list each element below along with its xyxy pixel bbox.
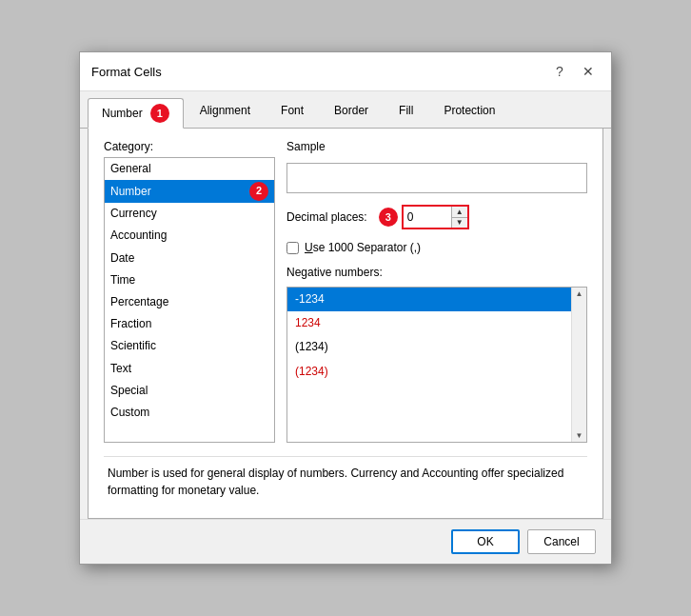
separator-label[interactable]: Use 1000 Separator (,) — [305, 241, 421, 254]
decimal-label: Decimal places: — [286, 210, 367, 224]
badge-number-category: 2 — [249, 182, 268, 201]
help-button[interactable]: ? — [548, 60, 571, 83]
category-item-date[interactable]: Date — [105, 248, 274, 269]
category-item-currency[interactable]: Currency — [105, 203, 274, 225]
main-area: Category: General Number 2 Currency Acco… — [104, 140, 587, 443]
spin-up-button[interactable]: ▲ — [452, 207, 467, 217]
close-button[interactable]: ✕ — [577, 60, 600, 83]
title-bar-right: ? ✕ — [548, 60, 600, 83]
ok-button[interactable]: OK — [451, 529, 520, 554]
tab-alignment[interactable]: Alignment — [186, 98, 265, 129]
scroll-down-arrow[interactable]: ▼ — [576, 431, 583, 440]
decimal-input-wrap: ▲ ▼ — [402, 205, 469, 229]
left-panel: Category: General Number 2 Currency Acco… — [104, 140, 275, 443]
decimal-row: Decimal places: 3 ▲ ▼ — [286, 205, 587, 229]
tab-fill[interactable]: Fill — [385, 98, 427, 129]
scroll-up-arrow[interactable]: ▲ — [576, 289, 583, 298]
spin-down-button[interactable]: ▼ — [452, 217, 467, 228]
tab-number[interactable]: Number 1 — [88, 98, 184, 129]
negative-item-4[interactable]: (1234) — [287, 360, 571, 384]
category-item-general[interactable]: General — [105, 158, 274, 180]
negative-item-2[interactable]: 1234 — [287, 311, 571, 335]
title-bar: Format Cells ? ✕ — [80, 52, 611, 91]
negative-numbers-label: Negative numbers: — [286, 266, 587, 279]
sample-label: Sample — [286, 140, 587, 153]
separator-row: Use 1000 Separator (,) — [286, 241, 587, 254]
category-item-accounting[interactable]: Accounting — [105, 225, 274, 247]
dialog-title: Format Cells — [91, 65, 162, 79]
sample-box — [286, 163, 587, 193]
tab-border[interactable]: Border — [320, 98, 383, 129]
category-item-text[interactable]: Text — [105, 358, 274, 380]
negative-item-3[interactable]: (1234) — [287, 335, 571, 359]
category-item-time[interactable]: Time — [105, 269, 274, 291]
category-item-scientific[interactable]: Scientific — [105, 335, 274, 357]
description-area: Number is used for general display of nu… — [104, 456, 587, 507]
category-item-fraction[interactable]: Fraction — [105, 313, 274, 335]
category-item-custom[interactable]: Custom — [105, 402, 274, 424]
badge-decimal-section: 3 — [379, 208, 398, 227]
category-item-percentage[interactable]: Percentage — [105, 291, 274, 313]
format-cells-dialog: Format Cells ? ✕ Number 1 Alignment Font… — [79, 51, 612, 565]
tab-protection[interactable]: Protection — [429, 98, 509, 129]
tabs-bar: Number 1 Alignment Font Border Fill Prot… — [80, 91, 611, 129]
category-list: General Number 2 Currency Accounting Dat… — [104, 157, 275, 443]
separator-checkbox[interactable] — [286, 242, 299, 254]
category-item-special[interactable]: Special — [105, 380, 274, 402]
negative-item-1[interactable]: -1234 — [287, 288, 571, 311]
category-item-number[interactable]: Number 2 — [105, 180, 274, 203]
category-label: Category: — [104, 140, 275, 153]
negative-list: -1234 1234 (1234) (1234) — [287, 288, 571, 442]
negative-list-scrollbar[interactable]: ▲ ▼ — [571, 288, 586, 442]
decimal-places-input[interactable] — [404, 207, 451, 228]
spin-buttons: ▲ ▼ — [451, 207, 467, 228]
tab-content: Category: General Number 2 Currency Acco… — [88, 129, 603, 519]
title-bar-left: Format Cells — [91, 65, 162, 79]
right-panel: Sample Decimal places: 3 ▲ ▼ — [286, 140, 587, 443]
footer: OK Cancel — [80, 519, 611, 564]
decimal-input-group: 3 ▲ ▼ — [375, 205, 469, 229]
badge-number-tab: 1 — [150, 104, 169, 123]
cancel-button[interactable]: Cancel — [527, 529, 596, 554]
negative-list-wrap: -1234 1234 (1234) (1234) ▲ ▼ — [286, 287, 587, 443]
tab-font[interactable]: Font — [267, 98, 318, 129]
